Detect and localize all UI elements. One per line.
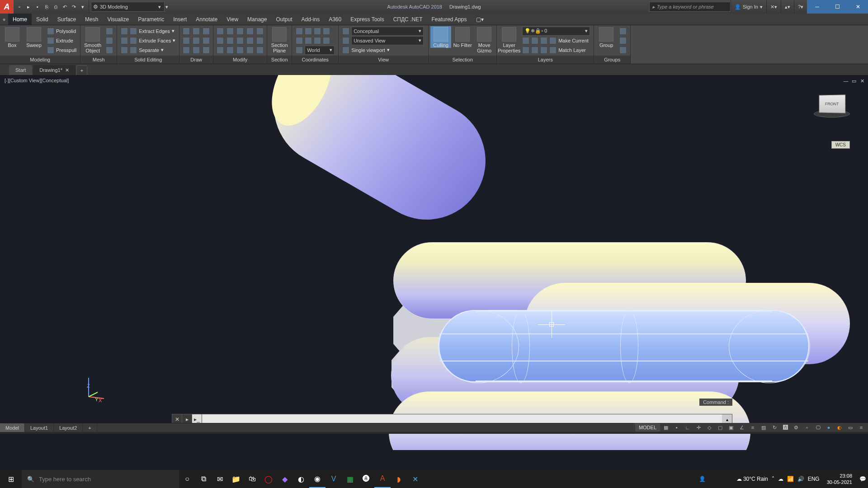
vp-min-icon[interactable]: —: [843, 78, 849, 84]
coord-row-1[interactable]: [294, 26, 336, 36]
qat-new-icon[interactable]: ▫: [15, 3, 24, 11]
mod-btn-3[interactable]: [235, 26, 245, 36]
coord-row-2[interactable]: [294, 36, 336, 45]
mod-btn-4[interactable]: [245, 26, 255, 36]
model-cylinder-angled[interactable]: [252, 75, 507, 241]
status-clean-icon[interactable]: ▭: [845, 423, 855, 432]
vscode-icon[interactable]: V: [326, 470, 342, 488]
appmenu-icon[interactable]: ●: [0, 14, 8, 25]
tab-home[interactable]: Home: [8, 14, 32, 25]
tray-lang[interactable]: ENG: [808, 476, 820, 482]
status-grid-icon[interactable]: ▦: [661, 423, 671, 432]
tray-notifications-icon[interactable]: 💬: [859, 476, 866, 482]
panel-view-label[interactable]: View: [339, 56, 428, 64]
grp-btn-2[interactable]: [618, 36, 628, 45]
status-osnap-icon[interactable]: ▢: [715, 423, 725, 432]
cortana-icon[interactable]: ○: [179, 470, 195, 488]
grp-btn-1[interactable]: [618, 26, 628, 36]
tab-manage[interactable]: Manage: [243, 14, 271, 25]
status-custom-icon[interactable]: ≡: [856, 423, 866, 432]
tab-add-layout[interactable]: +: [83, 423, 97, 432]
exchange-button[interactable]: ✕▾: [766, 0, 781, 14]
draw-btn-3[interactable]: [201, 26, 211, 36]
app-x-icon[interactable]: ✕: [407, 470, 423, 488]
draw-btn-5[interactable]: [191, 36, 201, 45]
tab-express[interactable]: Express Tools: [346, 14, 388, 25]
signin-button[interactable]: 👤 Sign In ▾: [731, 0, 766, 14]
resize-bar[interactable]: [0, 432, 868, 434]
viewcube-face[interactable]: FRONT: [819, 94, 846, 113]
status-3dosnap-icon[interactable]: ▣: [726, 423, 736, 432]
mesh-btn-1[interactable]: [104, 26, 115, 36]
workspace-selector[interactable]: ⚙ 3D Modeling ▾: [91, 2, 165, 12]
ucs-icon[interactable]: ZYX: [81, 374, 108, 402]
sweep-button[interactable]: Sweep: [24, 26, 44, 48]
taskbar-search[interactable]: 🔍 Type here to search: [22, 470, 179, 488]
qat-undo-icon[interactable]: ↶: [61, 3, 69, 11]
status-annoscale-icon[interactable]: 🅰: [780, 423, 790, 432]
panel-selection-label[interactable]: Selection: [429, 56, 496, 64]
status-otrack-icon[interactable]: ∠: [737, 423, 747, 432]
status-polar-icon[interactable]: ✛: [693, 423, 703, 432]
tab-surface[interactable]: Surface: [53, 14, 80, 25]
tab-layout1[interactable]: Layout1: [25, 423, 54, 432]
status-lweight-icon[interactable]: ≡: [748, 423, 758, 432]
status-ortho-icon[interactable]: ∟: [683, 423, 693, 432]
chrome-icon[interactable]: ◉: [309, 470, 326, 488]
status-iso-icon[interactable]: ◇: [704, 423, 714, 432]
mod-btn-11[interactable]: [215, 45, 225, 55]
status-model[interactable]: MODEL: [635, 423, 660, 432]
tab-featured[interactable]: Featured Apps: [427, 14, 471, 25]
match-layer-button[interactable]: Match Layer: [520, 45, 592, 55]
qat-saveas-icon[interactable]: ⎘: [42, 3, 51, 11]
culling-button[interactable]: Culling: [430, 26, 451, 48]
panel-coordinates-label[interactable]: Coordinates: [292, 56, 338, 64]
tab-addins[interactable]: Add-ins: [297, 14, 325, 25]
tab-solid[interactable]: Solid: [32, 14, 53, 25]
mail-icon[interactable]: ✉: [212, 470, 228, 488]
tab-model[interactable]: Model: [0, 423, 25, 432]
mod-btn-14[interactable]: [245, 45, 255, 55]
tab-output[interactable]: Output: [271, 14, 297, 25]
mod-btn-15[interactable]: [255, 45, 265, 55]
mod-btn-7[interactable]: [225, 36, 235, 45]
window-maximize-button[interactable]: ☐: [827, 0, 848, 14]
help-button[interactable]: ?▾: [794, 0, 807, 14]
vp-max-icon[interactable]: ▭: [851, 78, 857, 84]
app-icon[interactable]: A: [0, 0, 14, 14]
mod-btn-6[interactable]: [215, 36, 225, 45]
draw-btn-9[interactable]: [201, 45, 211, 55]
tab-spds[interactable]: СПДС .NET: [389, 14, 427, 25]
mod-btn-13[interactable]: [235, 45, 245, 55]
draw-btn-7[interactable]: [181, 45, 191, 55]
panel-mesh-label[interactable]: Mesh: [80, 56, 117, 64]
mesh-btn-2[interactable]: [104, 36, 115, 45]
panel-modify-label[interactable]: Modify: [213, 56, 267, 64]
tray-wifi-icon[interactable]: 📶: [787, 476, 794, 482]
store-icon[interactable]: 🛍: [244, 470, 260, 488]
status-isolate-icon[interactable]: ◐: [835, 423, 844, 432]
tab-mesh[interactable]: Mesh: [80, 14, 103, 25]
tab-insert[interactable]: Insert: [169, 14, 191, 25]
panel-solid-editing-label[interactable]: Solid Editing: [117, 56, 179, 64]
sheets-icon[interactable]: ▦: [342, 470, 358, 488]
separate-button[interactable]: Separate▾: [119, 45, 177, 55]
status-workspace-icon[interactable]: ▫: [802, 423, 812, 432]
obs-icon[interactable]: ◐: [293, 470, 309, 488]
tab-start[interactable]: Start: [9, 65, 32, 75]
task-view-icon[interactable]: ⧉: [195, 470, 212, 488]
status-gear-icon[interactable]: ⚙: [791, 423, 801, 432]
make-current-button[interactable]: Make Current: [520, 36, 592, 45]
window-close-button[interactable]: ✕: [848, 0, 868, 14]
explorer-icon[interactable]: 📁: [228, 470, 244, 488]
qat-redo-icon[interactable]: ↷: [70, 3, 78, 11]
blender-icon[interactable]: ◗: [391, 470, 407, 488]
tab-layout2[interactable]: Layout2: [54, 423, 83, 432]
qat-more-icon[interactable]: ▾: [79, 3, 87, 11]
status-snap-icon[interactable]: ▪: [672, 423, 682, 432]
start-button[interactable]: ⊞: [0, 470, 22, 488]
qat-plot-icon[interactable]: ⎙: [52, 3, 60, 11]
tab-annotate[interactable]: Annotate: [191, 14, 222, 25]
nofilter-button[interactable]: No Filter: [452, 26, 473, 48]
polysolid-button[interactable]: Polysolid: [45, 26, 78, 36]
